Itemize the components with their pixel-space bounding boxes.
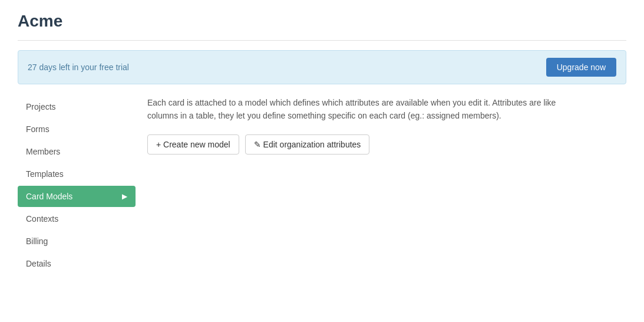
sidebar-item-card-models[interactable]: Card Models ▶ <box>18 186 136 207</box>
sidebar-item-label: Card Models <box>26 192 72 201</box>
sidebar-item-label: Templates <box>26 169 64 179</box>
sidebar-item-details[interactable]: Details <box>18 253 136 274</box>
chevron-right-icon: ▶ <box>122 192 127 201</box>
sidebar: Projects Forms Members Templates Card Mo… <box>18 96 136 275</box>
page-title: Acme <box>18 12 626 31</box>
sidebar-item-label: Projects <box>26 102 56 111</box>
main-layout: Projects Forms Members Templates Card Mo… <box>18 96 626 275</box>
sidebar-item-label: Members <box>26 147 60 156</box>
sidebar-item-billing[interactable]: Billing <box>18 231 136 252</box>
edit-organization-attributes-button[interactable]: ✎ Edit organization attributes <box>245 134 370 155</box>
sidebar-item-label: Forms <box>26 124 49 134</box>
sidebar-item-label: Billing <box>26 236 48 246</box>
trial-banner-text: 27 days left in your free trial <box>28 63 129 72</box>
description-text: Each card is attached to a model which d… <box>147 96 560 123</box>
sidebar-item-templates[interactable]: Templates <box>18 163 136 185</box>
sidebar-item-contexts[interactable]: Contexts <box>18 208 136 229</box>
sidebar-item-label: Contexts <box>26 214 58 224</box>
divider <box>18 40 626 41</box>
sidebar-item-members[interactable]: Members <box>18 141 136 162</box>
content-area: Each card is attached to a model which d… <box>136 96 626 275</box>
upgrade-now-button[interactable]: Upgrade now <box>546 58 616 77</box>
action-buttons: + Create new model ✎ Edit organization a… <box>147 134 615 155</box>
create-new-model-button[interactable]: + Create new model <box>147 134 239 155</box>
sidebar-item-forms[interactable]: Forms <box>18 119 136 140</box>
page-wrapper: Acme 27 days left in your free trial Upg… <box>0 0 644 322</box>
sidebar-item-projects[interactable]: Projects <box>18 96 136 117</box>
trial-banner: 27 days left in your free trial Upgrade … <box>18 50 626 84</box>
sidebar-item-label: Details <box>26 259 51 268</box>
